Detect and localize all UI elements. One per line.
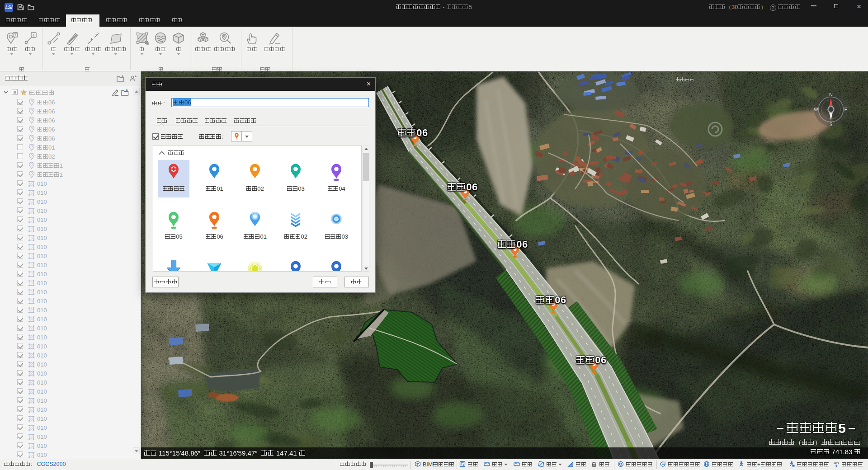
- svg-text:W: W: [814, 107, 818, 112]
- svg-text:E: E: [844, 107, 848, 112]
- svg-text:N: N: [829, 92, 833, 97]
- svg-text:T: T: [32, 33, 35, 38]
- svg-text:T: T: [14, 33, 17, 37]
- svg-text:S: S: [830, 122, 833, 127]
